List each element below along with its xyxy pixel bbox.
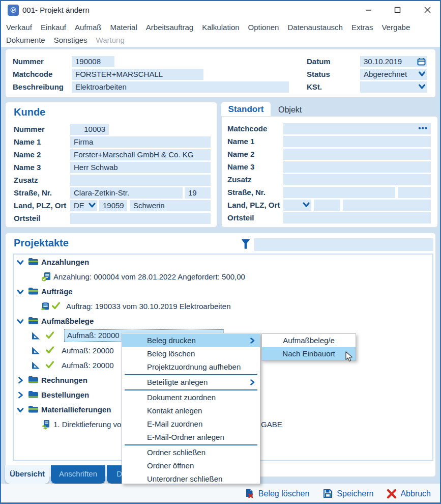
menu-item-beleg-loeschen[interactable]: Beleg löschen bbox=[122, 347, 260, 360]
tree-item-label[interactable]: Aufmaß: 20000 bbox=[62, 359, 114, 372]
tab-objekt[interactable]: Objekt bbox=[278, 103, 302, 117]
menu-item-label: Projektzuordnung aufheben bbox=[147, 362, 241, 371]
menu-optionen[interactable]: Optionen bbox=[248, 22, 279, 33]
tree-item-label[interactable]: Aufmaß: 20000 bbox=[62, 345, 114, 357]
chevron-right-icon[interactable] bbox=[17, 377, 24, 384]
standort-land-select[interactable] bbox=[283, 200, 311, 211]
standort-ort-field[interactable] bbox=[343, 200, 431, 211]
tree-item-label[interactable]: 1. Direktlieferung vo bbox=[53, 418, 121, 431]
menu-sonstiges[interactable]: Sonstiges bbox=[54, 35, 87, 46]
menu-kalkulation[interactable]: Kalkulation bbox=[202, 22, 239, 33]
chevron-down-icon[interactable] bbox=[418, 70, 426, 77]
chevron-down-icon[interactable] bbox=[17, 407, 24, 413]
menu-item-ordner-schliessen[interactable]: Ordner schließen bbox=[122, 446, 260, 459]
kunde-hausnr-field[interactable]: 19 bbox=[185, 187, 211, 199]
abbruch-button[interactable]: Abbruch bbox=[387, 489, 431, 499]
tree-item-auftrag[interactable]: Auftrag: 190033 vom 30.10.2019 Elektroar… bbox=[6, 300, 433, 313]
beleg-loeschen-button[interactable]: Beleg löschen bbox=[244, 488, 310, 499]
kunde-zusatz-label: Zusatz bbox=[14, 175, 38, 186]
standort-name1-field[interactable] bbox=[283, 136, 431, 147]
tree-folder-label[interactable]: Bestellungen bbox=[41, 389, 89, 401]
standort-ortsteil-field[interactable] bbox=[283, 212, 431, 223]
tree-folder-auftraege[interactable]: Aufträge bbox=[6, 286, 433, 298]
tree-item-label[interactable]: Anzahlung: 000004 vom 28.01.2022 Angefor… bbox=[53, 271, 245, 283]
kunde-land-select[interactable]: DE bbox=[70, 200, 97, 211]
status-select[interactable]: Abgerechnet bbox=[360, 69, 427, 80]
standort-name3-field[interactable] bbox=[283, 161, 431, 173]
menu-item-beteiligte-anlegen[interactable]: Beteiligte anlegen bbox=[122, 376, 260, 389]
tree-folder-label[interactable]: Aufträge bbox=[41, 286, 73, 298]
datum-label: Datum bbox=[307, 56, 331, 67]
menu-vergabe[interactable]: Vergabe bbox=[381, 22, 410, 33]
standort-name2-field[interactable] bbox=[283, 149, 431, 160]
filter-icon[interactable] bbox=[241, 238, 251, 250]
tree-item-label[interactable]: Auftrag: 190033 vom 30.10.2019 Elektroar… bbox=[66, 300, 231, 313]
speichern-button[interactable]: Speichern bbox=[322, 488, 373, 499]
chevron-down-icon[interactable] bbox=[303, 201, 310, 208]
menu-item-email-zuordnen[interactable]: E-Mail zuordnen bbox=[122, 417, 260, 431]
tree-item-anzahlung[interactable]: Anzahlung: 000004 vom 28.01.2022 Angefor… bbox=[6, 271, 433, 283]
menu-aufmass[interactable]: Aufmaß bbox=[75, 22, 102, 33]
menu-item-dokument-zuordnen[interactable]: Dokument zuordnen bbox=[122, 391, 260, 404]
datum-field[interactable]: 30.10.2019 bbox=[360, 56, 427, 67]
menu-separator bbox=[125, 374, 257, 375]
menu-item-email-ordner-anlegen[interactable]: E-Mail-Ordner anlegen bbox=[122, 431, 260, 444]
tree-filter-input[interactable] bbox=[254, 238, 433, 251]
tree-folder-label[interactable]: Anzahlungen bbox=[41, 256, 89, 268]
tab-uebersicht[interactable]: Übersicht bbox=[5, 465, 49, 484]
chevron-down-icon[interactable] bbox=[17, 318, 24, 325]
close-button[interactable] bbox=[416, 1, 439, 18]
tree-folder-label[interactable]: Materiallieferungen bbox=[41, 404, 111, 416]
menu-item-unterordner-schliessen[interactable]: Unterordner schließen bbox=[122, 472, 260, 486]
chevron-down-icon[interactable] bbox=[89, 202, 96, 209]
kunde-ort-field[interactable]: Schwerin bbox=[130, 200, 211, 211]
kunde-nummer-field[interactable]: 10003 bbox=[70, 124, 109, 135]
standort-plz-field[interactable] bbox=[314, 200, 340, 211]
kunde-name2-label: Name 2 bbox=[14, 149, 41, 160]
chevron-down-icon[interactable] bbox=[17, 259, 24, 266]
tree-folder-label[interactable]: Aufmaßbelege bbox=[41, 315, 94, 327]
kunde-plz-field[interactable]: 19059 bbox=[99, 200, 127, 211]
menu-verkauf[interactable]: Verkauf bbox=[6, 22, 32, 33]
menu-einkauf[interactable]: Einkauf bbox=[41, 22, 66, 33]
nummer-field[interactable]: 190008 bbox=[72, 56, 114, 67]
tree-folder-aufmassbelege[interactable]: Aufmaßbelege bbox=[6, 315, 433, 327]
menu-material[interactable]: Material bbox=[110, 22, 137, 33]
submenu-item-nach-einbauort[interactable]: Nach Einbauort bbox=[262, 347, 356, 360]
kunde-name3-field[interactable]: Herr Schwab bbox=[70, 162, 211, 173]
chevron-down-icon[interactable] bbox=[418, 83, 426, 90]
tab-anschriften[interactable]: Anschriften bbox=[51, 465, 105, 484]
menu-item-ordner-oeffnen[interactable]: Ordner öffnen bbox=[122, 459, 260, 472]
delivery-document-icon bbox=[41, 419, 51, 430]
chevron-down-icon[interactable] bbox=[17, 289, 24, 295]
minimize-button[interactable] bbox=[357, 1, 380, 18]
standort-zusatz-field[interactable] bbox=[283, 174, 431, 185]
standort-strasse-field[interactable] bbox=[283, 187, 395, 198]
browse-ellipsis-button[interactable]: ••• bbox=[418, 123, 428, 133]
standort-hausnr-field[interactable] bbox=[398, 187, 431, 198]
menu-item-kontakt-anlegen[interactable]: Kontakt anlegen bbox=[122, 404, 260, 417]
kunde-strasse-field[interactable]: Clara-Zetkin-Str. bbox=[70, 187, 183, 199]
standort-matchcode-field[interactable]: ••• bbox=[283, 123, 431, 134]
kunde-name1-field[interactable]: Firma bbox=[70, 136, 211, 148]
kunde-zusatz-field[interactable] bbox=[70, 175, 211, 186]
kst-select[interactable] bbox=[360, 81, 427, 93]
menu-extras[interactable]: Extras bbox=[351, 22, 373, 33]
beschreibung-field[interactable]: Elektroarbeiten bbox=[72, 81, 289, 93]
menu-datenaustausch[interactable]: Datenaustausch bbox=[287, 22, 342, 33]
menu-arbeitsauftrag[interactable]: Arbeitsauftrag bbox=[146, 22, 193, 33]
menu-item-projektzuordnung-aufheben[interactable]: Projektzuordnung aufheben bbox=[122, 360, 260, 374]
menu-item-beleg-drucken[interactable]: Beleg drucken bbox=[122, 334, 260, 347]
matchcode-field[interactable]: FORSTER+MARSCHALL bbox=[72, 69, 203, 80]
menu-dokumente[interactable]: Dokumente bbox=[6, 35, 45, 46]
submenu-item-aufmassbeleg[interactable]: Aufmaßbeleg/e bbox=[262, 334, 356, 347]
kunde-ortsteil-field[interactable] bbox=[70, 213, 211, 224]
maximize-button[interactable] bbox=[386, 1, 409, 18]
chevron-right-icon[interactable] bbox=[17, 391, 24, 399]
folder-icon bbox=[28, 375, 39, 384]
tree-folder-anzahlungen[interactable]: Anzahlungen bbox=[6, 256, 433, 268]
calendar-icon[interactable] bbox=[417, 58, 426, 66]
tree-folder-label[interactable]: Rechnungen bbox=[41, 374, 87, 386]
tab-standort[interactable]: Standort bbox=[221, 102, 271, 116]
kunde-name2-field[interactable]: Forster+Marschall GmbH & Co. KG bbox=[70, 149, 211, 160]
